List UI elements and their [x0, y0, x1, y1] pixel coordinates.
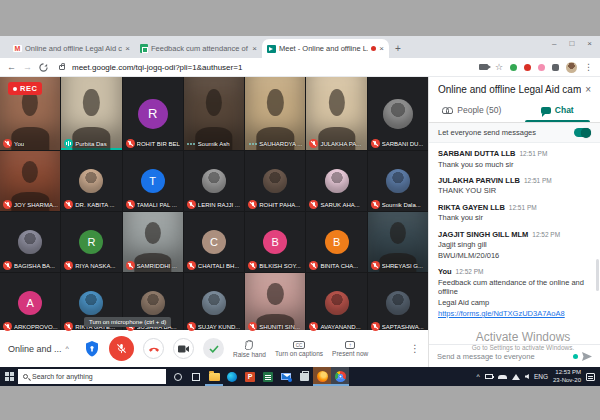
new-tab-button[interactable]: + — [395, 43, 401, 54]
profile-avatar[interactable] — [566, 62, 577, 73]
participant-tile[interactable]: SAUHARDYA ... — [245, 77, 305, 150]
participant-tile[interactable]: A ARKOPROVO... — [0, 273, 60, 333]
tab-close-icon[interactable]: × — [379, 44, 384, 53]
participant-tile[interactable]: Soumik Dala... — [368, 151, 428, 211]
participant-tile[interactable]: R RIYA NASKA... — [61, 212, 121, 272]
extension-icon[interactable] — [538, 64, 545, 71]
battery-icon[interactable] — [485, 374, 493, 379]
participant-name: SAMRIDDHI ... — [137, 263, 177, 269]
bookmark-star-icon[interactable]: ☆ — [495, 62, 503, 72]
browser-toolbar: ← → meet.google.com/tqi-jogq-odi?pli=1&a… — [0, 58, 600, 77]
participant-name: SAUHARDYA ... — [259, 141, 302, 147]
browser-menu-icon[interactable]: ⋮ — [584, 62, 593, 72]
cortana-button[interactable] — [169, 367, 187, 386]
participant-tile[interactable]: T TAMALI PAL ... — [123, 151, 183, 211]
participant-tile[interactable]: SHREYASI G... — [368, 212, 428, 272]
messages-toggle[interactable] — [574, 128, 591, 137]
chat-message-list[interactable]: SARBANI DUTTA LLB 12:51 PM Thank you so … — [429, 143, 600, 344]
forward-button[interactable]: → — [23, 62, 32, 72]
extensions-puzzle-icon[interactable] — [552, 64, 559, 71]
tab-gmail[interactable]: M Online and offline Legal Aid can × — [8, 39, 135, 58]
participant-tile[interactable]: SHUNITI SIN... — [245, 273, 305, 333]
chat-scrollbar[interactable] — [596, 259, 599, 291]
participant-avatar — [202, 291, 226, 315]
start-button[interactable] — [0, 367, 18, 386]
camera-button[interactable] — [173, 338, 194, 359]
action-center-icon[interactable] — [586, 373, 595, 381]
participant-tile[interactable]: JOY SHARMA... — [0, 151, 60, 211]
taskbar-search[interactable]: Search for anything — [18, 369, 166, 384]
participant-tag: BINITA CHA... — [309, 261, 358, 270]
language-indicator[interactable]: ENG — [534, 373, 548, 380]
participant-tile[interactable]: ROHIT PAHA... — [245, 151, 305, 211]
tab-close-icon[interactable]: × — [252, 44, 257, 53]
rec-dot-icon — [13, 87, 17, 91]
participant-tile[interactable]: LERIN RAJJI ... — [184, 151, 244, 211]
raise-hand-button[interactable]: Raise hand — [233, 340, 266, 358]
tab-meet-active[interactable]: Meet - Online and offline L.. × — [262, 39, 389, 58]
participant-tag: Soumik Ash — [187, 139, 230, 148]
close-button[interactable]: × — [587, 39, 592, 48]
participant-tile[interactable]: B BINITA CHA... — [306, 212, 366, 272]
chat-close-icon[interactable]: × — [585, 84, 591, 95]
more-options-icon[interactable]: ⋮ — [410, 343, 420, 354]
captions-button[interactable]: CC Turn on captions — [275, 341, 323, 357]
rec-label: REC — [20, 84, 37, 93]
tab-chat[interactable]: Chat — [515, 98, 600, 122]
participant-tile[interactable]: BAGISHA BA... — [0, 212, 60, 272]
present-now-button[interactable]: ↑ Present now — [332, 341, 368, 357]
participant-tile[interactable]: DR. KABITA ... — [61, 151, 121, 211]
edge-button[interactable] — [223, 367, 241, 386]
onedrive-icon[interactable] — [498, 375, 507, 379]
participant-tile[interactable]: JULAKHA PA... — [306, 77, 366, 150]
address-bar[interactable]: meet.google.com/tqi-jogq-odi?pli=1&authu… — [72, 63, 472, 72]
participant-tile[interactable]: C CHAITALI BH... — [184, 212, 244, 272]
volume-icon[interactable] — [525, 374, 529, 379]
mic-off-button[interactable] — [109, 336, 134, 361]
mail-button[interactable] — [277, 367, 295, 386]
firefox-button[interactable] — [313, 367, 331, 386]
extension-icon[interactable] — [510, 64, 517, 71]
minimize-button[interactable]: – — [552, 39, 556, 48]
chrome-button[interactable] — [331, 367, 349, 386]
chat-panel-title: Online and offline Legal Aid camp... — [438, 84, 581, 95]
store-button[interactable] — [295, 367, 313, 386]
participant-tile[interactable]: Soumik Ash — [184, 77, 244, 150]
clock[interactable]: 12:53 PM 23-Nov-20 — [553, 369, 581, 385]
participant-tile[interactable]: Purbita Das — [61, 77, 121, 150]
participant-tag: SAMRIDDHI ... — [126, 261, 177, 270]
send-icon[interactable] — [582, 352, 592, 361]
participant-tile[interactable]: AVAYANAND... — [306, 273, 366, 333]
participant-avatar — [383, 99, 413, 129]
chat-input[interactable]: Send a message to everyone — [437, 352, 569, 361]
participant-tile[interactable]: SAMRIDDHI ... — [123, 212, 183, 272]
cortana-icon — [174, 373, 182, 381]
participant-tile[interactable]: SARBANI DU... — [368, 77, 428, 150]
meeting-name[interactable]: Online and ... ^ — [8, 344, 74, 354]
participant-tile[interactable]: R ROHIT BIR BEL — [123, 77, 183, 150]
maximize-button[interactable]: □ — [569, 39, 574, 48]
hidden-icons-chevron[interactable]: ^ — [477, 373, 480, 380]
host-controls-button[interactable] — [83, 340, 100, 357]
reload-icon[interactable] — [39, 63, 48, 72]
mic-status-icon — [3, 139, 12, 148]
participant-tile[interactable]: SAPTASHWA... — [368, 273, 428, 333]
participant-tile[interactable]: SARUK AHA... — [306, 151, 366, 211]
tab-feedback-form[interactable]: Feedback cum attendance of th × — [135, 39, 262, 58]
back-button[interactable]: ← — [7, 62, 16, 72]
attendance-check-button[interactable] — [203, 338, 224, 359]
tab-close-icon[interactable]: × — [125, 44, 130, 53]
search-placeholder: Search for anything — [32, 373, 93, 380]
end-call-button[interactable] — [143, 338, 164, 359]
adobe-extension-icon[interactable] — [524, 64, 531, 71]
network-icon[interactable] — [512, 374, 520, 380]
tab-people[interactable]: People (50) — [429, 98, 515, 122]
participant-tile[interactable]: B BILKISH SOY... — [245, 212, 305, 272]
task-view-button[interactable] — [187, 367, 205, 386]
participant-tile[interactable]: SUJAY KUND... — [184, 273, 244, 333]
file-explorer-button[interactable] — [205, 367, 223, 386]
excel-button[interactable] — [259, 367, 277, 386]
camera-indicator-icon[interactable] — [479, 64, 488, 70]
powerpoint-button[interactable]: P — [241, 367, 259, 386]
message-link[interactable]: https://forms.gle/NdTXGzUD3A7AoA8 — [438, 309, 591, 318]
